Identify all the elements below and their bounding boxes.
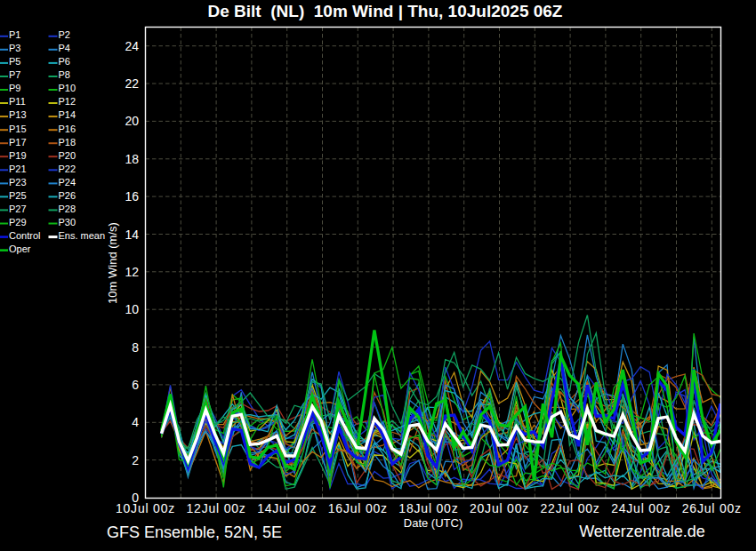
svg-text:P10: P10	[59, 83, 76, 93]
svg-text:12Jul 00z: 12Jul 00z	[187, 501, 246, 515]
svg-text:20Jul 00z: 20Jul 00z	[470, 501, 529, 515]
svg-text:P22: P22	[59, 164, 76, 174]
svg-text:P17: P17	[9, 137, 27, 148]
svg-text:P23: P23	[9, 177, 27, 188]
svg-text:P20: P20	[59, 150, 76, 161]
svg-text:8: 8	[132, 340, 139, 355]
svg-text:P30: P30	[59, 217, 76, 228]
svg-text:P15: P15	[9, 124, 27, 134]
svg-text:P19: P19	[9, 150, 27, 161]
svg-text:20: 20	[125, 114, 139, 128]
svg-text:18Jul 00z: 18Jul 00z	[398, 501, 458, 515]
svg-text:P26: P26	[59, 190, 76, 201]
svg-text:P1: P1	[9, 29, 20, 40]
svg-text:P21: P21	[9, 164, 27, 174]
svg-text:22: 22	[125, 76, 139, 91]
svg-text:Date (UTC): Date (UTC)	[404, 516, 462, 530]
svg-text:14Jul 00z: 14Jul 00z	[257, 501, 317, 515]
svg-text:Oper: Oper	[9, 244, 31, 254]
svg-text:P24: P24	[59, 177, 76, 188]
svg-text:P9: P9	[9, 83, 20, 93]
svg-text:P5: P5	[9, 56, 20, 67]
svg-text:P4: P4	[59, 43, 70, 53]
svg-text:10: 10	[125, 302, 139, 316]
svg-text:Ens. mean: Ens. mean	[59, 230, 106, 241]
svg-text:Control: Control	[9, 230, 40, 241]
svg-text:2: 2	[132, 453, 139, 467]
svg-text:De Bilt (NL) 10m Wind | Thu,: De Bilt (NL) 10m Wind | Thu, 10Jul2025 0…	[208, 2, 563, 20]
svg-text:P11: P11	[9, 96, 26, 107]
svg-text:P12: P12	[59, 96, 76, 107]
svg-text:14: 14	[125, 228, 139, 242]
svg-text:GFS Ensemble, 52N, 5E: GFS Ensemble, 52N, 5E	[107, 523, 282, 541]
svg-text:16: 16	[125, 189, 139, 204]
svg-text:10Jul 00z: 10Jul 00z	[116, 501, 175, 515]
svg-text:24: 24	[125, 39, 139, 53]
svg-text:12: 12	[125, 265, 139, 279]
svg-text:18: 18	[125, 152, 139, 166]
svg-text:26Jul 00z: 26Jul 00z	[682, 501, 742, 515]
svg-text:P6: P6	[59, 56, 70, 67]
svg-text:P18: P18	[59, 137, 76, 148]
svg-text:P28: P28	[59, 204, 76, 214]
svg-text:P8: P8	[59, 69, 70, 80]
svg-text:P14: P14	[59, 109, 76, 120]
svg-text:P16: P16	[59, 124, 76, 134]
svg-text:P29: P29	[9, 217, 27, 228]
svg-text:P13: P13	[9, 109, 27, 120]
svg-text:P7: P7	[9, 69, 20, 80]
svg-text:P25: P25	[9, 190, 27, 201]
svg-text:P27: P27	[9, 204, 27, 214]
svg-text:Wetterzentrale.de: Wetterzentrale.de	[579, 523, 705, 540]
svg-text:P2: P2	[59, 29, 70, 40]
svg-text:6: 6	[132, 378, 139, 392]
svg-text:16Jul 00z: 16Jul 00z	[328, 501, 388, 515]
svg-text:24Jul 00z: 24Jul 00z	[611, 501, 671, 515]
svg-text:22Jul 00z: 22Jul 00z	[541, 501, 600, 515]
svg-text:4: 4	[132, 415, 139, 429]
svg-text:10m Wind (m/s): 10m Wind (m/s)	[106, 222, 119, 304]
svg-text:P3: P3	[9, 43, 20, 53]
